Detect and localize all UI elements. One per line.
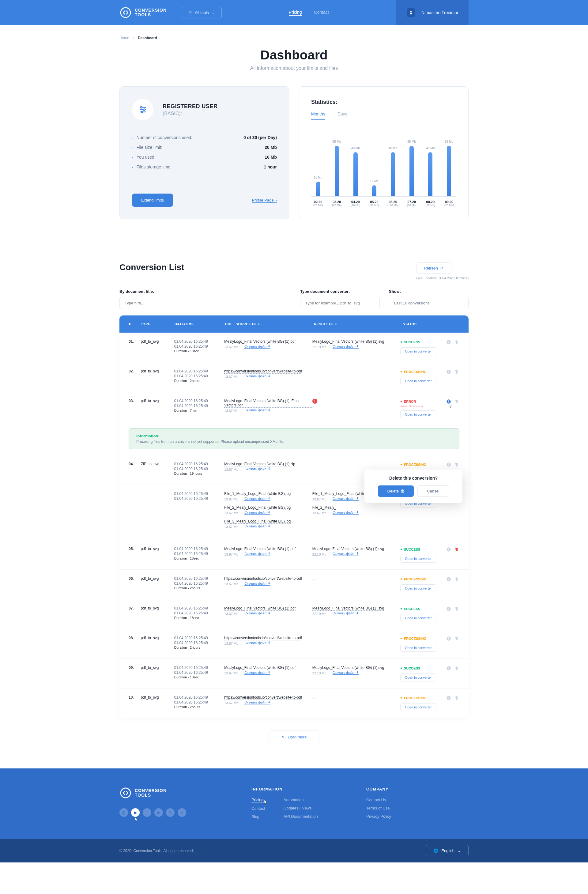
- info-icon[interactable]: [446, 576, 451, 582]
- info-icon[interactable]: [446, 695, 451, 701]
- file-link[interactable]: MealyLogo_Final Vectors (white BG) (1).p…: [224, 339, 296, 344]
- download-link[interactable]: Скачать файл ⬇: [333, 611, 358, 615]
- open-converter-button[interactable]: Open in converter: [400, 644, 436, 652]
- trash-icon[interactable]: [454, 339, 460, 345]
- file-link[interactable]: MealyLogo_Final Vectors (white BG) (1).s…: [312, 666, 384, 670]
- download-link[interactable]: Скачать файл ⬇: [333, 344, 358, 349]
- footer-pricing[interactable]: Pricing: [251, 797, 264, 802]
- open-converter-button[interactable]: Open in converter: [400, 674, 436, 681]
- nav-pricing[interactable]: Pricing: [289, 10, 302, 16]
- trash-icon[interactable]: [454, 547, 460, 552]
- file-link[interactable]: MealyLogo_Final Vectors (white BG) (1)_F…: [224, 399, 312, 408]
- delete-cancel-button[interactable]: Cansel: [417, 485, 449, 497]
- download-link[interactable]: Скачать файл ⬇: [244, 510, 271, 515]
- info-icon[interactable]: [446, 636, 451, 641]
- nav-contact[interactable]: Contact: [314, 10, 329, 15]
- footer-blog[interactable]: Blog: [251, 814, 265, 819]
- linkedin-icon[interactable]: in: [154, 808, 163, 817]
- download-link[interactable]: Скачать файл ⬇: [244, 524, 271, 528]
- tab-days[interactable]: Days: [337, 112, 347, 120]
- refresh-button[interactable]: Refresh ⟳: [416, 263, 451, 274]
- youtube-icon[interactable]: ▶: [131, 808, 140, 817]
- trash-icon[interactable]: [454, 399, 460, 404]
- file-link[interactable]: File_3_Mealy_Logo_Final (white BG).jpg: [224, 519, 291, 524]
- file-link[interactable]: File_2_Mealy_Logo_Final (white BG).jpg: [224, 505, 291, 510]
- file-link[interactable]: MealyLogo_Final Vectors (white BG) (1).p…: [224, 547, 296, 551]
- facebook-icon[interactable]: f: [143, 808, 151, 817]
- file-link[interactable]: https://conversiontools.io/convert/websi…: [224, 636, 302, 640]
- footer-privacy[interactable]: Privacy Policy: [366, 814, 469, 818]
- tab-months[interactable]: Months: [311, 112, 325, 120]
- download-link[interactable]: Скачать файл ⬇: [244, 344, 271, 349]
- info-icon[interactable]: [446, 606, 451, 612]
- file-link[interactable]: https://conversiontools.io/convert/websi…: [224, 695, 302, 700]
- download-link[interactable]: Скачать файл ⬇: [244, 467, 271, 471]
- trash-icon[interactable]: [454, 695, 460, 701]
- download-link[interactable]: Скачать файл ⬇: [244, 581, 271, 586]
- open-converter-button[interactable]: Open in converter: [400, 584, 436, 592]
- info-icon[interactable]: [446, 462, 451, 467]
- file-link[interactable]: MealyLogo_Final Vectors (white BG) (1).s…: [312, 547, 384, 551]
- filter-show-select[interactable]: Last 10 conversions ⌄: [389, 297, 469, 310]
- file-link[interactable]: MealyLogo_Final Vectors (white BG) (1).p…: [224, 666, 296, 670]
- file-link[interactable]: File_1_Mealy_Logo_Final (white BG).jpg: [224, 492, 291, 496]
- download-link[interactable]: Скачать файл ⬇: [333, 510, 358, 515]
- svg-point-41: [121, 788, 130, 798]
- open-converter-button[interactable]: Open in converter: [400, 411, 436, 418]
- download-link[interactable]: Скачать файл ⬇: [244, 611, 271, 615]
- download-link[interactable]: Скачать файл ⬇: [333, 551, 358, 556]
- info-icon[interactable]: [446, 339, 451, 345]
- info-icon[interactable]: [446, 369, 451, 375]
- footer-automation[interactable]: Automation: [284, 797, 318, 802]
- info-icon[interactable]: [446, 547, 451, 552]
- download-link[interactable]: Скачать файл ⬇: [244, 408, 271, 412]
- twitter-icon[interactable]: 𝕏: [166, 808, 175, 817]
- trash-icon[interactable]: [454, 576, 460, 582]
- logo[interactable]: CONVERSION TOOLS: [119, 6, 166, 19]
- download-link[interactable]: Скачать файл ⬇: [333, 497, 358, 501]
- file-link[interactable]: https://conversiontools.io/convert/websi…: [224, 576, 302, 581]
- extend-limits-button[interactable]: Extend limits: [132, 193, 173, 207]
- file-link[interactable]: File_2_Mealy_: [312, 505, 336, 510]
- profile-link[interactable]: Profile Page ›: [252, 198, 277, 203]
- download-link[interactable]: Скачать файл ⬇: [244, 374, 271, 378]
- open-converter-button[interactable]: Open in converter: [400, 614, 436, 622]
- trash-icon[interactable]: [454, 369, 460, 375]
- delete-confirm-button[interactable]: Delete 🗑: [378, 485, 414, 497]
- github-icon[interactable]: ⌾: [178, 808, 186, 817]
- file-link[interactable]: MealyLogo_Final Vectors (white BG) (1).z…: [224, 462, 295, 467]
- footer-terms[interactable]: Terms of Use: [366, 806, 469, 810]
- all-tools-button[interactable]: ⊞ All tools ⌄: [182, 7, 222, 18]
- footer-contact-us[interactable]: Contact Us: [366, 797, 469, 802]
- download-link[interactable]: Скачать файл ⬇: [333, 670, 358, 675]
- load-more-button[interactable]: ↻ Load more: [269, 730, 319, 744]
- open-converter-button[interactable]: Open in converter: [400, 555, 436, 563]
- open-converter-button[interactable]: Open in converter: [400, 377, 436, 385]
- file-link[interactable]: MealyLogo_Final Vectors (white BG) (1).s…: [312, 339, 384, 344]
- file-link[interactable]: MealyLogo_Final Vectors (white BG) (1).s…: [312, 606, 384, 611]
- file-link[interactable]: MealyLogo_Final Vectors (white BG) (1).p…: [224, 606, 296, 611]
- footer-updates[interactable]: Updates / News: [284, 806, 318, 810]
- download-link[interactable]: Скачать файл ⬇: [244, 551, 271, 556]
- footer-api[interactable]: API Documentation: [284, 814, 318, 818]
- trash-icon[interactable]: [454, 606, 460, 612]
- footer-contact[interactable]: Contact: [251, 806, 265, 811]
- trash-icon[interactable]: [454, 462, 460, 467]
- trash-icon[interactable]: [454, 666, 460, 671]
- open-converter-button[interactable]: Open in converter: [400, 347, 436, 355]
- download-link[interactable]: Скачать файл ⬇: [244, 497, 271, 501]
- language-button[interactable]: 🌐 English ⌄: [426, 845, 469, 856]
- download-link[interactable]: Скачать файл ⬇: [244, 700, 271, 704]
- file-link[interactable]: https://conversiontools.io/convert/websi…: [224, 369, 302, 374]
- trash-icon[interactable]: [454, 636, 460, 641]
- open-converter-button[interactable]: Open in converter: [400, 703, 436, 711]
- filter-doc-input[interactable]: [119, 297, 291, 310]
- filter-conv-input[interactable]: [300, 297, 380, 310]
- instagram-icon[interactable]: ◎: [119, 808, 128, 817]
- breadcrumb-home[interactable]: Home: [119, 36, 129, 40]
- download-link[interactable]: Скачать файл ⬇: [244, 670, 271, 675]
- user-box[interactable]: Nimasimo Troianini: [396, 0, 469, 25]
- download-link[interactable]: Скачать файл ⬇: [244, 641, 271, 645]
- info-icon[interactable]: [446, 666, 451, 671]
- footer-logo[interactable]: CONVERSION TOOLS: [119, 787, 239, 799]
